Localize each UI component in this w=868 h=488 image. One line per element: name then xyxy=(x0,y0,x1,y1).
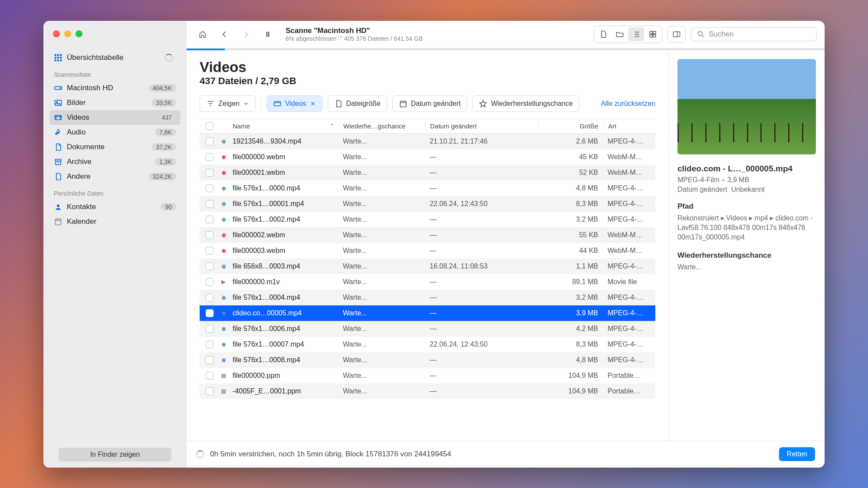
table-row[interactable]: ◉file 576x1…0000.mp4Warte...—4,8 MBMPEG-… xyxy=(200,180,655,196)
filter-chance[interactable]: Wiederherstellungschance xyxy=(472,95,579,112)
sidebar-item-videos[interactable]: Videos 437 xyxy=(49,110,181,125)
sidebar-item-count: 1,3K xyxy=(155,158,176,166)
row-date: — xyxy=(425,294,538,301)
row-checkbox[interactable] xyxy=(206,247,214,255)
sidebar-item-overview[interactable]: Übersichtstabelle xyxy=(49,50,181,65)
table-row[interactable]: ◉file 576x1…00001.mp4Warte...22.06.24, 1… xyxy=(200,196,655,212)
row-checkbox[interactable] xyxy=(206,184,214,192)
table-row[interactable]: ◉file000002.webmWarte...—55 KBWebM-M… xyxy=(200,227,655,243)
sidebar-item-archive[interactable]: Archive 1,3K xyxy=(49,154,181,169)
row-chance: Warte... xyxy=(339,153,425,161)
sidebar-item-label: Andere xyxy=(67,172,91,181)
minimize-window-button[interactable] xyxy=(64,30,71,37)
sidebar-section-results: Scanresultate xyxy=(49,65,181,81)
row-size: 3,9 MB xyxy=(538,309,603,317)
filter-show[interactable]: Zeigen xyxy=(200,95,256,112)
col-chance[interactable]: Wiederhe…gschance xyxy=(339,122,425,130)
row-date: — xyxy=(425,216,538,223)
svg-rect-18 xyxy=(266,32,268,37)
row-checkbox[interactable] xyxy=(206,138,214,145)
video-icon xyxy=(54,113,62,122)
table-row[interactable]: ▦file000000.ppmWarte...—104,9 MBPortable… xyxy=(200,368,655,383)
table-row[interactable]: ◉file 576x1…0006.mp4Warte...—4,2 MBMPEG-… xyxy=(200,321,655,337)
close-icon[interactable] xyxy=(310,101,316,107)
row-checkbox[interactable] xyxy=(206,216,214,223)
zoom-window-button[interactable] xyxy=(76,30,82,37)
forward-button[interactable] xyxy=(238,26,254,43)
row-checkbox[interactable] xyxy=(206,278,214,286)
row-checkbox[interactable] xyxy=(206,262,214,270)
table-row[interactable]: ◉clideo.co…00005.mp4Warte...—3,9 MBMPEG-… xyxy=(200,305,655,321)
sidebar-item-bilder[interactable]: Bilder 33,5K xyxy=(49,95,181,110)
row-checkbox[interactable] xyxy=(206,294,214,301)
row-filename: file 576x1…0000.mp4 xyxy=(230,184,339,192)
filter-date[interactable]: Datum geändert xyxy=(392,95,467,112)
document-icon xyxy=(54,143,62,151)
search-input[interactable]: Suchen xyxy=(691,27,817,41)
table-row[interactable]: ◉19213546…9304.mp4Warte...21.10.21, 21:1… xyxy=(200,134,655,149)
col-date[interactable]: Datum geändert xyxy=(425,122,538,130)
row-checkbox[interactable] xyxy=(206,169,214,177)
file-type-icon: ◉ xyxy=(220,293,230,301)
inspector-meta: MPEG-4-Film – 3,9 MB xyxy=(677,176,816,184)
row-chance: Warte... xyxy=(339,309,425,317)
sidebar-item-macintosh-hd[interactable]: Macintosh HD 404,5K xyxy=(49,81,181,95)
table-row[interactable]: ◉file 576x1…0008.mp4Warte...—4,8 MBMPEG-… xyxy=(200,352,655,368)
row-filename: file000003.webm xyxy=(230,247,339,255)
table-row[interactable]: ◉file000003.webmWarte...—44 KBWebM-M… xyxy=(200,243,655,259)
view-file-button[interactable] xyxy=(595,27,611,41)
sidebar-item-dokumente[interactable]: Dokumente 37,2K xyxy=(49,140,181,154)
row-checkbox[interactable] xyxy=(206,153,214,161)
back-button[interactable] xyxy=(216,26,233,43)
col-art[interactable]: Art xyxy=(603,122,655,130)
table-row[interactable]: ◉file000001.webmWarte...—52 KBWebM-M… xyxy=(200,165,655,180)
row-art: WebM-M… xyxy=(603,153,655,161)
table-row[interactable]: ▶file000000.m1vWarte...—89,1 MBMovie fil… xyxy=(200,274,655,290)
table-row[interactable]: ▦-4005F_E…0001.ppmWarte...—104,9 MBPorta… xyxy=(200,383,655,399)
view-list-button[interactable] xyxy=(628,27,644,41)
row-checkbox[interactable] xyxy=(206,341,214,348)
file-type-icon: ◉ xyxy=(220,215,230,223)
table-row[interactable]: ◉file 656x8…0003.mp4Warte...16.08.24, 11… xyxy=(200,259,655,274)
sidebar-item-kalender[interactable]: Kalender xyxy=(49,214,181,229)
home-button[interactable] xyxy=(194,26,211,43)
retten-button[interactable]: Retten xyxy=(779,447,815,461)
row-filename: file000002.webm xyxy=(230,231,339,239)
image-icon xyxy=(54,98,62,107)
view-grid-button[interactable] xyxy=(645,27,661,41)
filter-size[interactable]: Dateigröße xyxy=(328,95,387,112)
reset-filters-link[interactable]: Alle zurücksetzen xyxy=(601,100,655,108)
sidebar-item-kontakte[interactable]: Kontakte 90 xyxy=(49,200,181,214)
scan-title: Scanne "Macintosh HD" xyxy=(286,26,589,35)
svg-rect-1 xyxy=(57,54,59,56)
archive-icon xyxy=(54,157,62,166)
row-date: — xyxy=(425,278,538,286)
row-art: MPEG-4-… xyxy=(603,356,655,364)
row-art: WebM-M… xyxy=(603,231,655,239)
row-checkbox[interactable] xyxy=(206,231,214,239)
row-checkbox[interactable] xyxy=(206,200,214,208)
row-date: — xyxy=(425,356,538,364)
view-folder-button[interactable] xyxy=(612,27,628,41)
table-row[interactable]: ◉file 576x1…0004.mp4Warte...—3,2 MBMPEG-… xyxy=(200,290,655,305)
col-name[interactable]: Name ⌃ xyxy=(230,122,339,130)
page-title: Videos xyxy=(200,59,655,75)
close-window-button[interactable] xyxy=(53,30,60,37)
row-checkbox[interactable] xyxy=(206,356,214,364)
sidebar-item-audio[interactable]: Audio 7,8K xyxy=(49,125,181,140)
table-row[interactable]: ◉file 576x1…00007.mp4Warte...22.06.24, 1… xyxy=(200,337,655,352)
show-in-finder-button[interactable]: In Finder zeigen xyxy=(59,448,171,462)
filter-videos[interactable]: Videos xyxy=(266,95,322,112)
table-row[interactable]: ◉file000000.webmWarte...—45 KBWebM-M… xyxy=(200,149,655,165)
pause-button[interactable] xyxy=(260,26,276,43)
sidebar-section-personal: Persönliche Daten xyxy=(49,184,181,200)
sidebar-item-andere[interactable]: Andere 324,2K xyxy=(49,169,181,184)
table-row[interactable]: ◉file 576x1…0002.mp4Warte...—3,2 MBMPEG-… xyxy=(200,212,655,227)
row-checkbox[interactable] xyxy=(206,372,214,380)
select-all-checkbox[interactable] xyxy=(206,122,214,130)
toggle-inspector-button[interactable] xyxy=(667,26,686,43)
row-checkbox[interactable] xyxy=(206,309,214,317)
row-checkbox[interactable] xyxy=(206,387,214,395)
col-size[interactable]: Größe xyxy=(538,122,603,130)
row-checkbox[interactable] xyxy=(206,325,214,333)
